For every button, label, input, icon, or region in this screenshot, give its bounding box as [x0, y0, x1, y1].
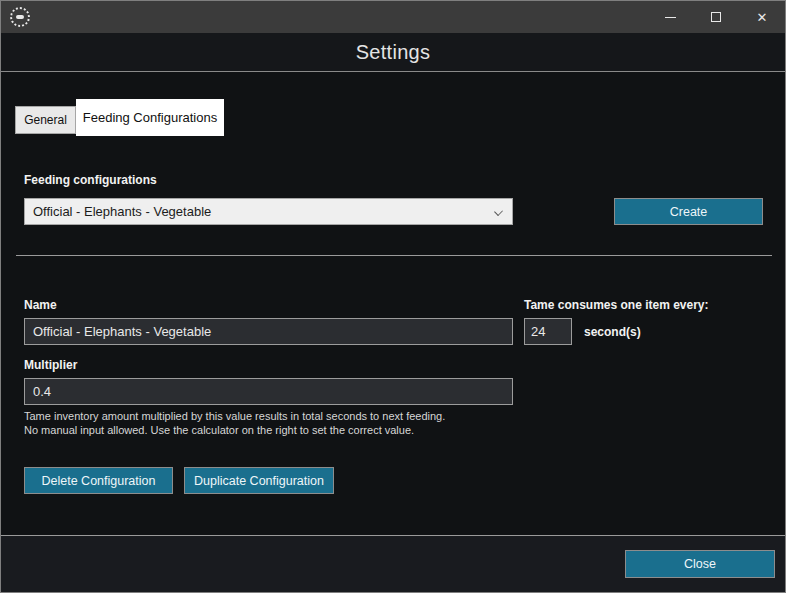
minimize-icon — [665, 17, 676, 18]
tab-general[interactable]: General — [15, 106, 76, 134]
close-window-button[interactable]: ✕ — [739, 1, 785, 33]
multiplier-help-line1: Tame inventory amount multiplied by this… — [24, 410, 445, 422]
app-icon — [10, 7, 30, 27]
multiplier-help-line2: No manual input allowed. Use the calcula… — [24, 424, 414, 436]
feeding-configurations-label: Feeding configurations — [24, 173, 157, 187]
page-title: Settings — [356, 41, 431, 64]
maximize-icon — [711, 12, 721, 22]
consume-interval-input[interactable] — [524, 318, 572, 345]
titlebar: ✕ — [1, 1, 785, 33]
name-input[interactable] — [24, 318, 513, 345]
name-label: Name — [24, 298, 57, 312]
duplicate-configuration-button[interactable]: Duplicate Configuration — [184, 467, 334, 494]
multiplier-label: Multiplier — [24, 358, 77, 372]
consume-interval-unit: second(s) — [584, 325, 641, 339]
section-divider — [16, 255, 772, 256]
close-button[interactable]: Close — [625, 550, 775, 578]
feeding-configuration-selected-value: Official - Elephants - Vegetable — [33, 204, 211, 219]
feeding-configuration-select[interactable]: Official - Elephants - Vegetable — [24, 198, 513, 225]
caption-buttons: ✕ — [647, 1, 785, 33]
tab-feeding-configurations[interactable]: Feeding Configurations — [76, 99, 224, 136]
settings-window: ✕ Settings General Feeding Configuration… — [0, 0, 786, 593]
create-button[interactable]: Create — [614, 198, 763, 225]
multiplier-input[interactable] — [24, 378, 513, 405]
minimize-button[interactable] — [647, 1, 693, 33]
consume-interval-label: Tame consumes one item every: — [524, 298, 709, 312]
header: Settings — [1, 33, 785, 72]
chevron-down-icon — [494, 207, 503, 216]
close-icon: ✕ — [757, 11, 768, 24]
maximize-button[interactable] — [693, 1, 739, 33]
delete-configuration-button[interactable]: Delete Configuration — [24, 467, 173, 494]
